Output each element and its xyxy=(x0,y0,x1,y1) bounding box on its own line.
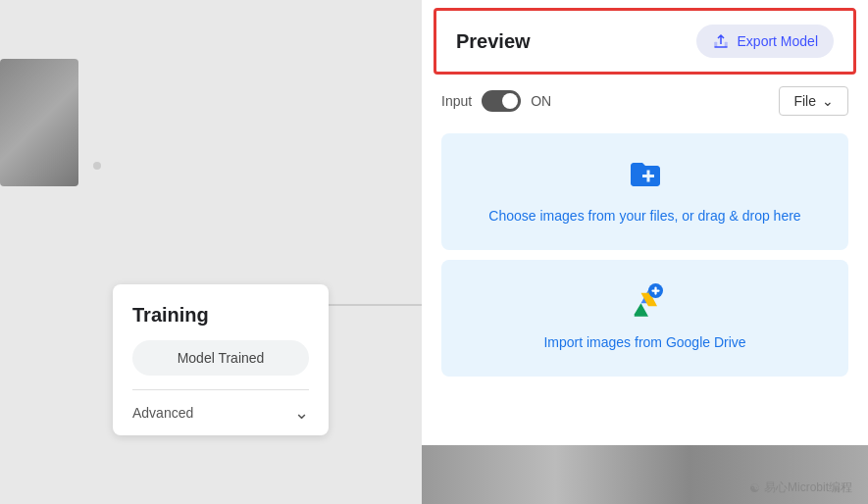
watermark-icon: ☯ xyxy=(749,481,760,495)
preview-title: Preview xyxy=(456,30,681,53)
watermark: ☯ 易心Microbit编程 xyxy=(749,479,852,496)
svg-rect-1 xyxy=(724,42,727,47)
model-trained-button[interactable]: Model Trained xyxy=(132,340,309,376)
file-dropdown-label: File xyxy=(793,93,816,109)
connector-dot xyxy=(93,162,101,170)
thumbnail-image xyxy=(0,59,78,186)
watermark-text: 易心Microbit编程 xyxy=(764,479,852,496)
input-row: Input ON File ⌄ xyxy=(422,75,868,127)
upload-folder-icon xyxy=(628,157,663,192)
preview-header: Preview Export Model xyxy=(434,8,856,75)
export-icon xyxy=(712,32,730,50)
file-dropdown[interactable]: File ⌄ xyxy=(779,86,848,116)
export-model-label: Export Model xyxy=(738,33,818,49)
left-panel: Training Model Trained Advanced ⌄ xyxy=(0,0,422,504)
chevron-down-icon: ⌄ xyxy=(294,402,309,424)
export-model-button[interactable]: Export Model xyxy=(696,25,834,58)
sample-thumbnail xyxy=(0,59,78,186)
input-label: Input xyxy=(441,93,472,109)
dropdown-chevron-icon: ⌄ xyxy=(822,93,834,109)
google-drive-card[interactable]: Import images from Google Drive xyxy=(441,260,848,377)
input-toggle[interactable] xyxy=(482,90,521,112)
svg-rect-0 xyxy=(714,42,717,47)
training-card: Training Model Trained Advanced ⌄ xyxy=(113,284,329,435)
toggle-state-label: ON xyxy=(531,93,551,109)
connector-line xyxy=(314,304,422,306)
right-panel: Preview Export Model Input ON File ⌄ xyxy=(422,0,868,504)
advanced-row[interactable]: Advanced ⌄ xyxy=(132,389,309,435)
google-drive-icon xyxy=(628,283,663,319)
training-title: Training xyxy=(132,304,309,327)
upload-file-card[interactable]: Choose images from your files, or drag &… xyxy=(441,133,848,250)
google-drive-text: Import images from Google Drive xyxy=(461,332,829,353)
advanced-label: Advanced xyxy=(132,405,193,421)
upload-file-text: Choose images from your files, or drag &… xyxy=(461,206,829,227)
